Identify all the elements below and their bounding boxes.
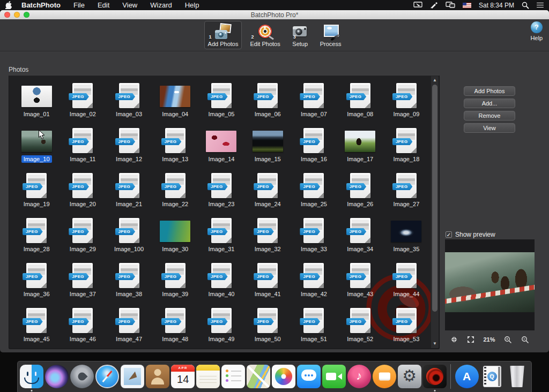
grid-item[interactable]: Image_35 <box>383 213 429 258</box>
fit-to-window-icon[interactable] <box>450 336 458 343</box>
menu-item-help[interactable]: Help <box>185 1 199 9</box>
grid-item[interactable]: JPEGImage_18 <box>383 123 429 168</box>
toolbar-process-button[interactable]: Process <box>316 21 345 49</box>
grid-item[interactable]: JPEGImage_20 <box>60 168 106 213</box>
grid-item[interactable]: JPEGImage_36 <box>13 258 60 303</box>
grid-item[interactable]: JPEGImage_38 <box>106 258 152 303</box>
grid-item[interactable]: JPEGImage_52 <box>337 303 383 348</box>
dock-item-notes[interactable] <box>196 363 220 390</box>
dock-item-messages[interactable] <box>296 363 321 390</box>
grid-item[interactable]: Image_15 <box>244 123 291 168</box>
grid-item[interactable]: JPEGImage_24 <box>244 168 291 213</box>
dock-item-ibooks[interactable] <box>372 363 396 390</box>
grid-item[interactable]: JPEGImage_32 <box>244 213 291 258</box>
grid-item[interactable]: JPEGImage_53 <box>383 303 429 348</box>
grid-item[interactable]: JPEGImage_03 <box>106 78 152 123</box>
grid-item[interactable]: JPEGImage_05 <box>198 78 244 123</box>
menu-item-file[interactable]: File <box>73 1 85 9</box>
apple-menu-icon[interactable] <box>5 2 13 9</box>
grid-item[interactable]: JPEGImage_40 <box>198 258 244 303</box>
grid-item[interactable]: JPEGImage_43 <box>337 258 383 303</box>
grid-item[interactable]: JPEGImage_06 <box>244 78 291 123</box>
dock-item-itunes[interactable] <box>347 363 371 390</box>
toolbar-edit-photos-button[interactable]: 2Edit Photos <box>246 21 284 49</box>
airplay-display-icon[interactable] <box>413 2 422 9</box>
dock-item-safari[interactable] <box>95 363 120 390</box>
dock-item-quicktime-document[interactable] <box>480 363 504 390</box>
grid-item[interactable]: JPEGImage_21 <box>106 168 152 213</box>
grid-item[interactable]: JPEGImage_33 <box>291 213 337 258</box>
dock-item-facetime[interactable] <box>322 363 346 390</box>
grid-item[interactable]: JPEGImage_42 <box>291 258 337 303</box>
grid-item[interactable]: JPEGImage_22 <box>152 168 198 213</box>
us-flag-icon[interactable] <box>463 3 471 8</box>
grid-item[interactable]: JPEGImage_27 <box>383 168 429 213</box>
dock-item-contacts[interactable] <box>146 363 170 390</box>
scroll-down-arrow[interactable]: ▼ <box>431 340 439 348</box>
grid-item[interactable]: JPEGImage_19 <box>13 168 60 213</box>
tablet-pen-icon[interactable] <box>430 2 438 9</box>
grid-item[interactable]: JPEGImage_50 <box>244 303 291 348</box>
grid-item[interactable]: JPEGImage_49 <box>198 303 244 348</box>
title-bar[interactable]: BatchPhoto Pro* <box>0 10 549 19</box>
grid-item[interactable]: JPEGImage_31 <box>198 213 244 258</box>
grid-item[interactable]: JPEGImage_48 <box>152 303 198 348</box>
vertical-scrollbar[interactable]: ▲ ▼ <box>431 76 439 348</box>
grid-item[interactable]: JPEGImage_16 <box>291 123 337 168</box>
toolbar-add-photos-button[interactable]: 1Add Photos <box>204 21 242 49</box>
add-photos-button[interactable]: Add Photos <box>464 86 515 96</box>
zoom-in-icon[interactable] <box>504 336 512 344</box>
grid-item[interactable]: JPEGImage_07 <box>291 78 337 123</box>
dock-item-mail[interactable] <box>121 363 145 390</box>
zoom-out-icon[interactable] <box>521 336 529 344</box>
help-button[interactable]: ? Help <box>530 21 543 41</box>
dock-item-app-store[interactable] <box>455 363 479 390</box>
grid-item[interactable]: JPEGImage_02 <box>60 78 106 123</box>
show-preview-checkbox[interactable]: ✓ <box>446 231 452 238</box>
dock-item-batchphoto[interactable] <box>422 363 447 390</box>
grid-item[interactable]: Image_17 <box>337 123 383 168</box>
grid-item[interactable]: Image_30 <box>152 213 198 258</box>
dock-item-system-preferences[interactable] <box>397 363 421 390</box>
grid-item[interactable]: JPEGImage_44 <box>383 258 429 303</box>
dock-item-launchpad[interactable] <box>70 363 94 390</box>
grid-item[interactable]: Image_10 <box>13 123 60 168</box>
add-button[interactable]: Add... <box>464 99 515 108</box>
grid-item[interactable]: JPEGImage_13 <box>152 123 198 168</box>
menu-item-wizard[interactable]: Wizard <box>150 1 172 9</box>
notification-center-icon[interactable] <box>537 3 544 8</box>
menu-item-view[interactable]: View <box>122 1 137 9</box>
grid-item[interactable]: JPEGImage_29 <box>60 213 106 258</box>
toolbar-setup-button[interactable]: 3Setup <box>288 21 312 49</box>
dock-item-photos[interactable] <box>272 363 296 390</box>
grid-item[interactable]: JPEGImage_34 <box>337 213 383 258</box>
grid-item[interactable]: JPEGImage_26 <box>337 168 383 213</box>
grid-item[interactable]: JPEGImage_51 <box>291 303 337 348</box>
grid-item[interactable]: Image_04 <box>152 78 198 123</box>
menu-item-batchphoto[interactable]: BatchPhoto <box>21 1 61 9</box>
dock-item-siri[interactable] <box>45 363 69 390</box>
dock-item-finder[interactable] <box>20 363 44 390</box>
remove-button[interactable]: Remove <box>464 111 515 120</box>
grid-item[interactable]: JPEGImage_25 <box>291 168 337 213</box>
grid-item[interactable]: JPEGImage_28 <box>13 213 60 258</box>
grid-item[interactable]: Image_14 <box>198 123 244 168</box>
grid-item[interactable]: JPEGImage_45 <box>13 303 60 348</box>
grid-item[interactable]: JPEGImage_12 <box>106 123 152 168</box>
dock-item-maps[interactable] <box>247 363 271 390</box>
dock-item-reminders[interactable] <box>221 363 246 390</box>
displays-icon[interactable] <box>446 2 455 9</box>
grid-item[interactable]: JPEGImage_37 <box>60 258 106 303</box>
menu-bar-clock[interactable]: Sat 8:34 PM <box>479 2 514 9</box>
grid-item[interactable]: JPEGImage_41 <box>244 258 291 303</box>
scrollbar-thumb[interactable] <box>432 85 437 312</box>
grid-item[interactable]: JPEGImage_23 <box>198 168 244 213</box>
grid-item[interactable]: JPEGImage_46 <box>60 303 106 348</box>
grid-item[interactable]: JPEGImage_47 <box>106 303 152 348</box>
grid-item[interactable]: JPEGImage_11 <box>60 123 106 168</box>
actual-size-icon[interactable] <box>467 336 474 343</box>
dock-item-calendar[interactable]: APR14 <box>171 363 195 390</box>
grid-item[interactable]: JPEGImage_09 <box>383 78 429 123</box>
grid-item[interactable]: JPEGImage_100 <box>106 213 152 258</box>
grid-item[interactable]: Image_01 <box>13 78 60 123</box>
